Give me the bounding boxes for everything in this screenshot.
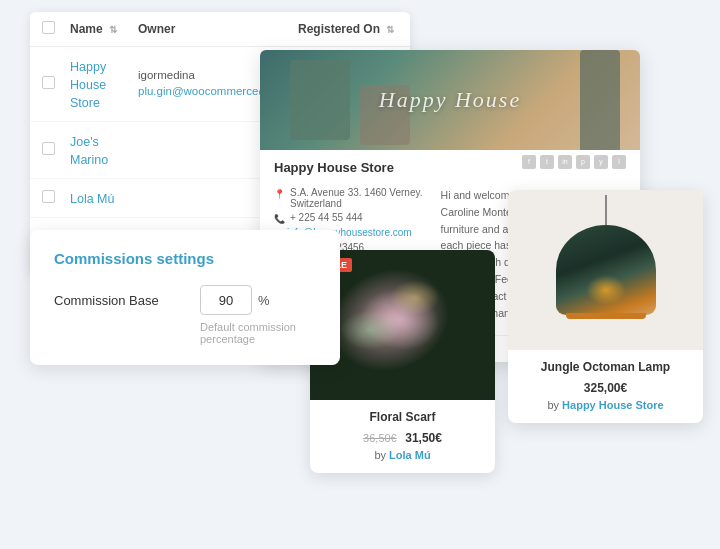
product-by: by Lola Mú [320, 449, 485, 461]
location-icon: 📍 [274, 189, 285, 199]
row-checkbox[interactable] [42, 190, 55, 203]
commission-base-row: Commission Base % [54, 285, 316, 315]
instagram-icon[interactable]: in [558, 155, 572, 169]
linkedin-icon[interactable]: l [612, 155, 626, 169]
store-link[interactable]: Lola Mú [70, 192, 114, 206]
sort-name-icon[interactable]: ⇅ [109, 24, 117, 35]
commission-base-label: Commission Base [54, 293, 184, 308]
hero-decor-3 [580, 50, 620, 150]
hero-text: Happy House [379, 87, 521, 113]
store-link[interactable]: Joe's Marino [70, 135, 108, 167]
col-header-owner: Owner [138, 22, 298, 36]
col-header-name: Name ⇅ [70, 22, 138, 36]
product-by: by Happy House Store [518, 399, 693, 411]
address-item: 📍 S.A. Avenue 33. 1460 Verney. Switzerla… [274, 187, 429, 209]
lamp-shade [556, 225, 656, 315]
product-price: 325,00€ [518, 378, 693, 396]
pinterest-icon[interactable]: p [576, 155, 590, 169]
row-checkbox[interactable] [42, 76, 55, 89]
youtube-icon[interactable]: y [594, 155, 608, 169]
address-text: S.A. Avenue 33. 1460 Verney. Switzerland [290, 187, 429, 209]
commission-hint: Default commission percentage [200, 321, 316, 345]
product-card-jungle-lamp: Jungle Octoman Lamp 325,00€ by Happy Hou… [508, 190, 703, 423]
by-label: by [547, 399, 559, 411]
product-info: Jungle Octoman Lamp 325,00€ by Happy Hou… [508, 350, 703, 423]
sort-reg-icon[interactable]: ⇅ [386, 24, 394, 35]
product-store-link[interactable]: Lola Mú [389, 449, 431, 461]
phone-item: 📞 + 225 44 55 444 [274, 212, 429, 224]
social-icons: f t in p y l [522, 155, 626, 169]
col-header-registered: Registered On ⇅ [298, 22, 398, 36]
by-label: by [374, 449, 386, 461]
hero-decor-1 [290, 60, 350, 140]
percent-sign: % [258, 293, 270, 308]
product-name: Floral Scarf [320, 410, 485, 424]
phone-text: + 225 44 55 444 [290, 212, 363, 223]
lamp-shape-wrap [556, 225, 656, 315]
product-info: Floral Scarf 36,50€ 31,50€ by Lola Mú [310, 400, 495, 473]
price-old: 36,50€ [363, 432, 397, 444]
scarf-decor4 [390, 280, 440, 315]
scarf-decor3 [340, 310, 400, 350]
commission-base-input[interactable] [200, 285, 252, 315]
product-name: Jungle Octoman Lamp [518, 360, 693, 374]
lamp-cord [605, 195, 607, 225]
price-new: 31,50€ [405, 431, 442, 445]
commissions-title: Commissions settings [54, 250, 316, 267]
profile-store-name: Happy House Store [274, 160, 394, 175]
lamp-bottom [566, 313, 646, 319]
price-new: 325,00€ [584, 381, 627, 395]
commission-input-wrap: % [200, 285, 270, 315]
product-price: 36,50€ 31,50€ [320, 428, 485, 446]
table-header: Name ⇅ Owner Registered On ⇅ [30, 12, 410, 47]
lamp-image [508, 190, 703, 350]
store-hero: Happy House [260, 50, 640, 150]
product-store-link[interactable]: Happy House Store [562, 399, 663, 411]
store-link[interactable]: Happy House Store [70, 60, 106, 110]
row-checkbox[interactable] [42, 142, 55, 155]
facebook-icon[interactable]: f [522, 155, 536, 169]
phone-icon: 📞 [274, 214, 285, 224]
twitter-icon[interactable]: t [540, 155, 554, 169]
header-checkbox[interactable] [42, 21, 55, 34]
lamp-glow [586, 275, 626, 305]
product-image-wrap [508, 190, 703, 350]
commissions-panel: Commissions settings Commission Base % D… [30, 230, 340, 365]
